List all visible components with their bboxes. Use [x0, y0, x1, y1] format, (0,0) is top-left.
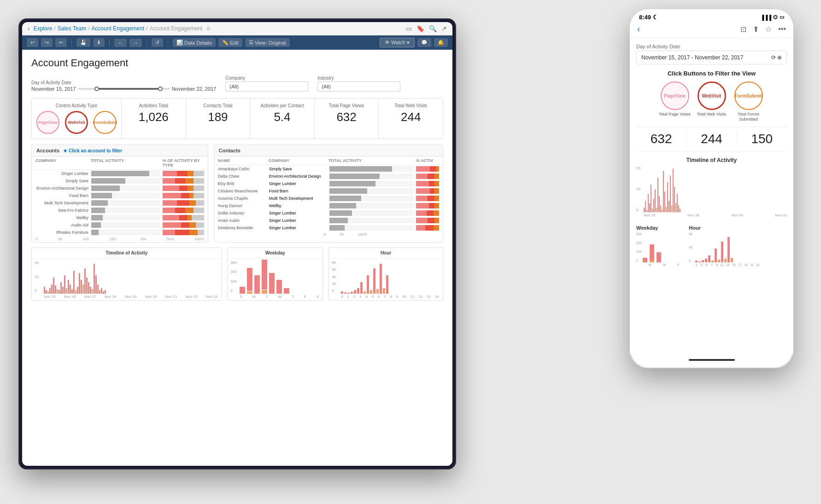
back2-button[interactable]: ←	[114, 39, 127, 47]
breadcrumb-account-engagement-link[interactable]: Account Engagement	[92, 25, 145, 32]
table-row[interactable]: Rhodes Furniture	[32, 229, 208, 236]
chart-bar	[351, 292, 353, 294]
chart-bar	[380, 264, 382, 294]
account-filter-link[interactable]: ★ Click an account to filter	[63, 148, 122, 153]
table-row[interactable]: Deidamia Bonnette Singer Lumber	[214, 224, 443, 232]
refresh-button[interactable]: ↺	[152, 38, 163, 47]
phone-webvisit-circle[interactable]: WebVisit	[698, 81, 726, 110]
tablet-icon[interactable]: ▭	[406, 25, 412, 32]
alert-button[interactable]: 🔔	[434, 38, 448, 47]
table-row[interactable]: Dollie Antunez Singer Lumber	[214, 209, 443, 217]
chart-bar	[649, 203, 650, 212]
hour-y-axis: 80 60 40 20 0	[332, 261, 336, 293]
pageview-circle[interactable]: PageView	[36, 111, 59, 134]
phone-formsubmit-label: Total FormsSubmitted	[733, 112, 765, 122]
chart-bar	[51, 284, 53, 294]
chart-bar	[99, 290, 100, 294]
phone-contact-icon[interactable]: ⊡	[740, 25, 746, 34]
chart-bar	[357, 288, 359, 294]
phone-hour-y: 80 40 0	[689, 232, 692, 262]
table-row[interactable]: Anais Aubin Singer Lumber	[214, 217, 443, 224]
industry-filter-label: Industry	[317, 75, 400, 81]
industry-select[interactable]: (All)	[317, 81, 400, 92]
slider-thumb-right[interactable]	[158, 87, 163, 91]
data-details-button[interactable]: 📊 Data Details	[173, 38, 216, 47]
phone-upload-icon[interactable]: ⬆	[753, 25, 759, 34]
chart-bar	[669, 201, 669, 212]
edit-button[interactable]: ✏️ Edit	[218, 38, 242, 47]
toolbar-separator2	[109, 39, 110, 47]
formsubmit-circle[interactable]: FormSubmit	[94, 111, 117, 134]
undo-button[interactable]: ↩	[27, 38, 38, 47]
table-row[interactable]: Ausonia Chaplin Multi Tech Development	[214, 195, 443, 202]
table-row[interactable]: Multi Tech Development	[32, 199, 208, 207]
table-row[interactable]: Sew-Fro Fabrics	[32, 207, 208, 214]
chart-bar	[60, 282, 62, 294]
chart-bar	[73, 271, 75, 294]
phone-content: Day of Activity Date November 15, 2017 -…	[630, 38, 793, 354]
phone-pageview-circle[interactable]: PageView	[661, 81, 689, 110]
phone-bottom-charts: Weekday 300 200 100 0	[636, 225, 787, 269]
chart-bar	[82, 284, 84, 294]
breadcrumb-explore[interactable]: Explore	[34, 25, 53, 32]
table-row[interactable]: Wellby	[32, 214, 208, 221]
breadcrumb-sales-team[interactable]: Sales Team	[58, 25, 86, 32]
table-row[interactable]: Césáreo Beauchesne Food Barn	[214, 187, 443, 195]
table-row[interactable]: Singer Lumber	[32, 170, 208, 177]
phone-formsubmit-circle[interactable]: FormSubmit	[734, 81, 763, 110]
webvisit-circle[interactable]: WebVisit	[65, 111, 88, 134]
chart-bar	[650, 244, 654, 261]
search-icon[interactable]: 🔍	[429, 25, 437, 32]
chart-bar	[721, 242, 723, 262]
company-filter: Company (All)	[225, 75, 308, 92]
chart-bar	[57, 289, 58, 294]
slider-thumb-left[interactable]	[94, 87, 99, 91]
activity-type-card: Control Activity Type PageView WebVisit …	[32, 98, 122, 139]
chart-bar	[657, 178, 658, 212]
phone-home-indicator	[689, 359, 735, 361]
accounts-panel: Accounts ★ Click an account to filter Co…	[31, 145, 208, 243]
company-select[interactable]: (All)	[225, 81, 308, 92]
comment-button[interactable]: 💬	[417, 38, 431, 47]
table-row[interactable]: Audio Aid	[32, 221, 208, 229]
date-range-slider[interactable]	[78, 88, 170, 90]
view-button[interactable]: ☰ View: Original	[245, 38, 290, 47]
table-row[interactable]: Amankaya Colón Simply Save	[214, 165, 443, 173]
nav-icons: ▭ 🔖 🔍 ↗	[406, 25, 447, 32]
chart-bar	[344, 292, 346, 294]
watch-button[interactable]: 👁 Watch ▾	[380, 38, 415, 47]
chart-bar	[347, 293, 350, 294]
back-button[interactable]: ‹	[28, 25, 30, 32]
table-row[interactable]: Simply Save	[32, 177, 208, 185]
phone-page-views-value: 632	[636, 132, 686, 146]
circle-buttons: PageView WebVisit FormSubmit	[36, 111, 117, 134]
save-button[interactable]: 💾	[76, 38, 90, 47]
chart-bar	[715, 249, 717, 262]
forward-button[interactable]: →	[129, 39, 142, 47]
activities-total-card: Activities Total 1,026	[122, 98, 186, 139]
bookmark-icon[interactable]: 🔖	[416, 25, 424, 32]
phone-weekday-area: 300 200 100 0	[636, 232, 685, 269]
table-row[interactable]: Hung Damon Wellby	[214, 202, 443, 209]
weekday-panel: Weekday 300 200 100 0	[227, 247, 323, 301]
phone-date-select[interactable]: November 15, 2017 - November 22, 2017 ⟳ …	[636, 51, 787, 64]
chart-bar	[101, 288, 102, 294]
chart-bar	[71, 289, 73, 294]
redo-button[interactable]: ↪	[41, 38, 53, 47]
phone-more-icon[interactable]: •••	[778, 25, 786, 34]
contacts-header: Contacts	[214, 145, 443, 156]
chart-bar	[75, 290, 76, 294]
phone-back-button[interactable]: ‹	[637, 24, 640, 34]
chart-bar	[68, 280, 69, 294]
download-button[interactable]: ⬇	[93, 38, 105, 47]
phone-favorite-icon[interactable]: ☆	[765, 25, 772, 34]
contacts-column-headers: Name Company Total Activity % Activ	[214, 156, 443, 165]
share-icon[interactable]: ↗	[441, 25, 447, 32]
date-slider-container[interactable]: November 15, 2017 November 22, 2017	[31, 86, 216, 92]
phone-timeline-x: Nov 16 Nov 18 Nov 20 Nov 22	[644, 213, 787, 217]
table-row[interactable]: Elsy Britt Singer Lumber	[214, 180, 443, 187]
table-row[interactable]: Environ Architectural Design	[32, 185, 208, 192]
table-row[interactable]: Food Barn	[32, 192, 208, 199]
table-row[interactable]: Delta Chew Environ Architectural Design	[214, 173, 443, 180]
undo2-button[interactable]: ↩	[55, 38, 67, 47]
